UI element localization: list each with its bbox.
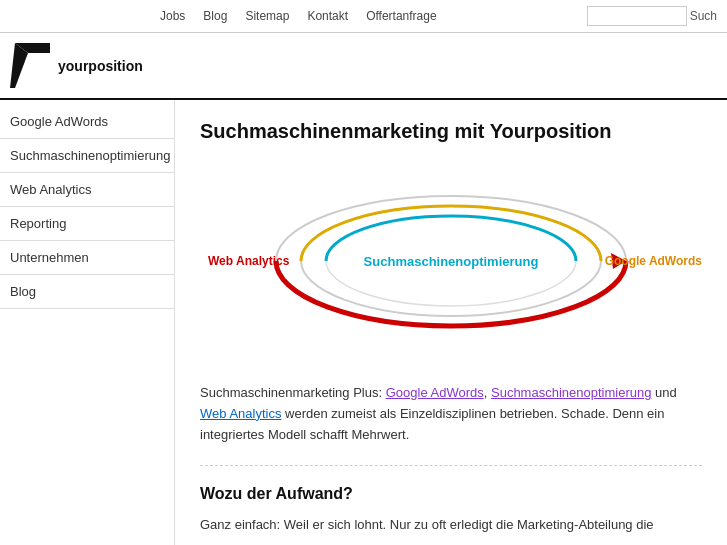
logo-icon [10,43,50,88]
logo[interactable]: yourposition [10,43,143,88]
text-intro: Suchmaschinenmarketing Plus: [200,385,386,400]
page-title: Suchmaschinenmarketing mit Yourposition [200,120,702,143]
site-header: yourposition [0,33,727,100]
text-section-wozu: Wozu der Aufwand? Ganz einfach: Weil er … [200,481,702,535]
text-und: und [651,385,676,400]
sidebar-item-google-adwords[interactable]: Google AdWords [0,105,174,139]
diagram-label-google: Google AdWords [605,254,702,268]
link-suchmaschinenoptimierung[interactable]: Suchmaschinenoptimierung [491,385,651,400]
text-comma: , [484,385,491,400]
sidebar-item-unternehmen[interactable]: Unternehmen [0,241,174,275]
nav-kontakt[interactable]: Kontakt [307,9,348,23]
sidebar-item-blog[interactable]: Blog [0,275,174,309]
nav-sitemap[interactable]: Sitemap [245,9,289,23]
diagram-label-suchmaschinen: Suchmaschinenoptimierung [364,253,539,268]
top-navigation: Jobs Blog Sitemap Kontakt Offertanfrage … [0,0,727,33]
section-text-wozu: Ganz einfach: Weil er sich lohnt. Nur zu… [200,515,702,536]
sidebar-item-reporting[interactable]: Reporting [0,207,174,241]
nav-offertanfrage[interactable]: Offertanfrage [366,9,437,23]
link-web-analytics[interactable]: Web Analytics [200,406,281,421]
diagram-area: Web Analytics Suchmaschinenoptimierung [200,168,702,353]
logo-text: yourposition [58,58,143,74]
sidebar-item-suchmaschinenoptimierung[interactable]: Suchmaschinenoptimierung [0,139,174,173]
nav-links: Jobs Blog Sitemap Kontakt Offertanfrage [10,9,587,23]
link-google-adwords[interactable]: Google AdWords [386,385,484,400]
main-content: Suchmaschinenmarketing mit Yourposition … [175,100,727,545]
search-box: Such [587,6,717,26]
sidebar: Google AdWords Suchmaschinenoptimierung … [0,100,175,545]
text-section-intro: Suchmaschinenmarketing Plus: Google AdWo… [200,383,702,445]
section-heading-wozu: Wozu der Aufwand? [200,481,702,507]
search-label: Such [690,9,717,23]
nav-jobs[interactable]: Jobs [160,9,185,23]
search-input[interactable] [587,6,687,26]
divider [200,465,702,466]
nav-blog[interactable]: Blog [203,9,227,23]
sidebar-item-web-analytics[interactable]: Web Analytics [0,173,174,207]
main-layout: Google AdWords Suchmaschinenoptimierung … [0,100,727,545]
